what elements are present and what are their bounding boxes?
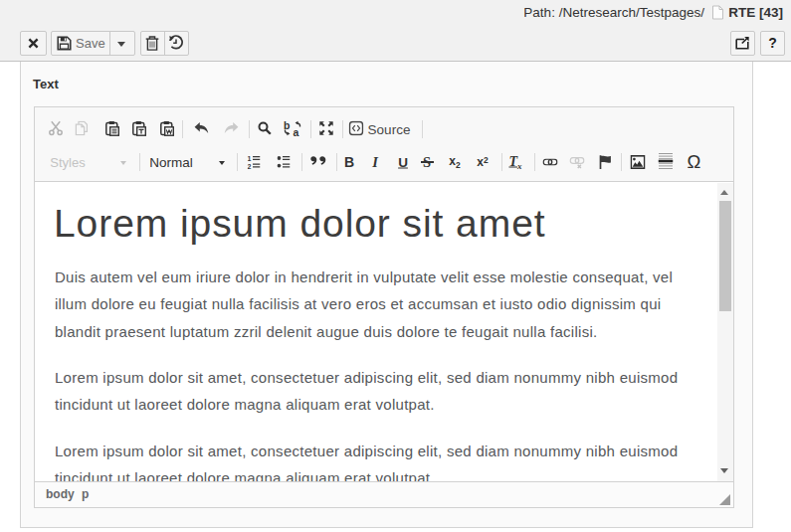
svg-text:b: b — [284, 120, 290, 131]
svg-text:2: 2 — [248, 163, 252, 169]
svg-text:1: 1 — [248, 155, 252, 162]
svg-text:a: a — [294, 126, 299, 137]
